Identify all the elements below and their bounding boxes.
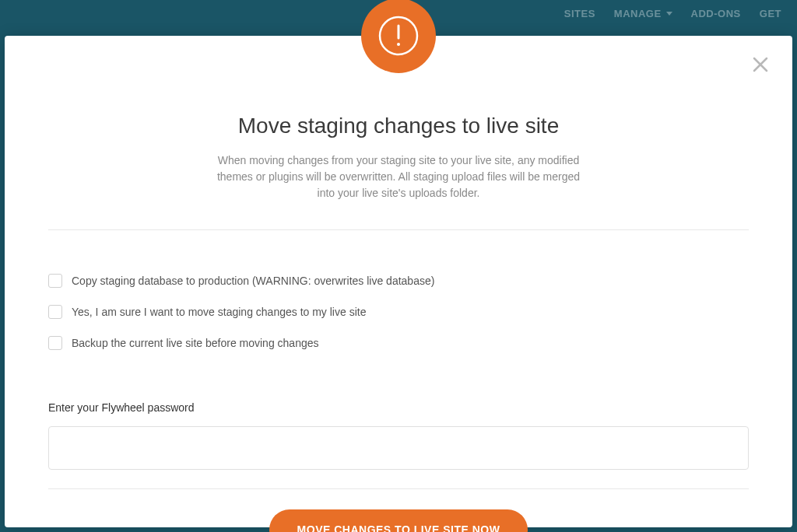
nav-get[interactable]: GET [760, 8, 781, 19]
checkbox-row-copy-db: Copy staging database to production (WAR… [48, 274, 749, 288]
nav-label: MANAGE [614, 8, 662, 19]
nav-label: GET [760, 8, 781, 19]
checkbox-confirm[interactable] [48, 305, 62, 319]
password-input[interactable] [48, 426, 749, 470]
nav-label: ADD-ONS [691, 8, 741, 19]
top-nav: SITES MANAGE ADD-ONS GET [549, 0, 797, 27]
modal: Move staging changes to live site When m… [5, 36, 792, 527]
nav-addons[interactable]: ADD-ONS [691, 8, 741, 19]
nav-label: SITES [564, 8, 595, 19]
modal-content: Move staging changes to live site When m… [48, 36, 749, 532]
checkbox-label: Yes, I am sure I want to move staging ch… [72, 306, 366, 318]
alert-icon [361, 0, 436, 73]
nav-manage[interactable]: MANAGE [614, 8, 672, 19]
checkbox-row-backup: Backup the current live site before movi… [48, 336, 749, 350]
submit-button[interactable]: MOVE CHANGES TO LIVE SITE NOW [269, 509, 528, 532]
modal-subtitle: When moving changes from your staging si… [212, 152, 585, 201]
submit-wrap: MOVE CHANGES TO LIVE SITE NOW [48, 489, 749, 532]
close-icon [752, 56, 769, 73]
checkbox-copy-db[interactable] [48, 274, 62, 288]
chevron-down-icon [666, 12, 672, 16]
close-button[interactable] [752, 56, 771, 75]
checkbox-backup[interactable] [48, 336, 62, 350]
checkbox-label: Backup the current live site before movi… [72, 337, 319, 349]
password-label: Enter your Flywheel password [48, 401, 749, 414]
checkbox-row-confirm: Yes, I am sure I want to move staging ch… [48, 305, 749, 319]
svg-point-2 [397, 43, 400, 46]
options-section: Copy staging database to production (WAR… [48, 230, 749, 387]
modal-title: Move staging changes to live site [48, 114, 749, 138]
checkbox-label: Copy staging database to production (WAR… [72, 275, 434, 287]
nav-sites[interactable]: SITES [564, 8, 595, 19]
